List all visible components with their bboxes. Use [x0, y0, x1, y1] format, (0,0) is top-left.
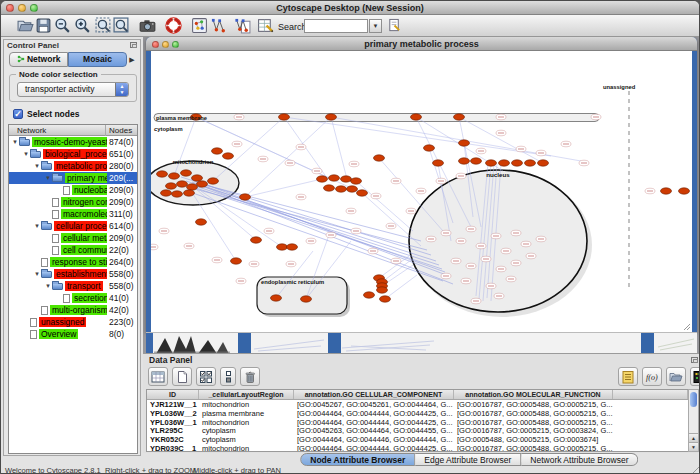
tree-row[interactable]: ▾mosaic-demo-yeast874(0) [9, 136, 137, 148]
import-attributes-folder-icon[interactable] [666, 367, 686, 386]
tab-network-attribute-browser[interactable]: Network Attribute Browser [521, 453, 638, 466]
table-pencil-icon[interactable] [257, 17, 274, 34]
file-icon [41, 258, 48, 267]
tab-edge-attribute-browser[interactable]: Edge Attribute Browser [415, 453, 521, 466]
attribute-browser-tabwrap: Node Attribute BrowserEdge Attribute Bro… [300, 453, 638, 466]
network-view-titlebar[interactable]: primary metabolic process [146, 37, 697, 51]
function-builder-icon[interactable]: f(o) [642, 367, 662, 386]
status-zoom-hint: Right-click + drag to ZOOM [105, 466, 196, 474]
tree-row-count: 651(0) [109, 149, 134, 159]
tree-row-count: 8(0) [109, 329, 124, 339]
expand-triangle-icon[interactable]: ▾ [44, 174, 52, 182]
floppy-save-icon[interactable] [35, 17, 52, 34]
search-dropdown-icon[interactable]: ▼ [369, 19, 382, 33]
expand-triangle-icon[interactable]: ▾ [22, 150, 30, 158]
col-layout-region[interactable]: _cellularLayoutRegion [199, 390, 294, 399]
tree-row[interactable]: ▾metabolic process280(0) [9, 160, 137, 172]
expand-triangle-icon[interactable]: ▾ [44, 282, 52, 290]
table-row[interactable]: YPL036W__2plasma membrane[GO:0044464, GO… [147, 409, 688, 418]
label-list-icon[interactable] [618, 367, 638, 386]
status-welcome: Welcome to Cytoscape 2.8.1 [5, 466, 101, 474]
select-attributes-icon[interactable] [196, 367, 216, 386]
tree-row[interactable]: ▾primary metabo209(... [9, 172, 137, 184]
tree-row[interactable]: macromolecule311(0) [9, 208, 137, 220]
file-icon [30, 318, 37, 327]
attribute-table-header[interactable]: ID _cellularLayoutRegion annotation.GO C… [147, 390, 688, 400]
expand-triangle-icon[interactable]: ▾ [11, 138, 19, 146]
tree-row[interactable]: cellular metabo209(0) [9, 232, 137, 244]
tree-row[interactable]: unassigned223(0) [9, 316, 137, 328]
folder-icon [41, 223, 52, 230]
table-row[interactable]: YJR121W__1mitochondrion[GO:0045267, GO:0… [147, 400, 688, 409]
unselect-attributes-icon[interactable] [220, 367, 236, 386]
tree-row[interactable]: Overview8(0) [9, 328, 137, 340]
col-cellular-component[interactable]: annotation.GO CELLULAR_COMPONENT [294, 390, 454, 399]
image-nodes-icon[interactable] [191, 17, 208, 34]
float-data-panel-icon[interactable] [691, 357, 698, 363]
help-lifesaver-icon[interactable] [165, 17, 182, 34]
network-view-window[interactable]: primary metabolic process plasma membran… [146, 37, 697, 332]
tree-row[interactable]: secretion41(0) [9, 292, 137, 304]
scroll-up-icon[interactable]: ▲ [689, 433, 698, 442]
folder-icon [41, 163, 52, 170]
tree-row[interactable]: cell communicat22(0) [9, 244, 137, 256]
tab-node-attribute-browser[interactable]: Node Attribute Browser [300, 453, 415, 466]
node-color-dropdown[interactable]: transporter activity ▲▼ [17, 82, 129, 97]
tree-row[interactable]: ▾biological_process651(0) [9, 148, 137, 160]
camera-icon[interactable] [138, 17, 157, 34]
table-scrollbar[interactable]: ▲ ▼ [688, 389, 699, 452]
float-panel-icon[interactable] [130, 42, 137, 48]
tree-row[interactable]: multi-organism pro42(0) [9, 304, 137, 316]
table-row[interactable]: YDR039C__1mitochondrion[GO:0044464, GO:0… [147, 444, 688, 452]
tree-row-count: 209(0) [109, 185, 134, 195]
folder-open-icon[interactable] [17, 17, 34, 34]
tree-col-network: Network [17, 126, 46, 135]
main-toolbar: Search: ▼ [1, 15, 699, 37]
tab-overflow-arrow[interactable]: ▶ [127, 52, 137, 67]
tree-col-divider[interactable] [105, 125, 106, 136]
table-cell: [GO:0044464, GO:0044444, GO:0044425, G..… [294, 444, 454, 452]
zoom-out-icon[interactable] [54, 17, 71, 34]
page-pencil-icon[interactable] [387, 17, 402, 34]
title-bar[interactable]: Cytoscape Desktop (New Session) [1, 1, 699, 15]
table-cell: cytoplasm [199, 426, 294, 435]
attribute-table-icon[interactable] [148, 367, 168, 386]
col-id[interactable]: ID [147, 390, 199, 399]
tree-row[interactable]: ▾establishment of lo558(0) [9, 268, 137, 280]
zoom-selected-icon[interactable] [95, 17, 112, 34]
scrollbar-thumb[interactable] [690, 392, 697, 407]
nodes-blue-red-2-icon[interactable] [234, 17, 251, 34]
tab-network[interactable]: Network [9, 52, 68, 67]
table-row[interactable]: YKR052Ccytoplasm[GO:0044464, GO:0044446,… [147, 435, 688, 444]
zoom-fit-icon[interactable] [113, 17, 130, 34]
scroll-down-icon[interactable]: ▼ [689, 442, 698, 451]
delete-attribute-trash-icon[interactable] [240, 367, 260, 386]
expand-triangle-icon[interactable]: ▾ [33, 222, 41, 230]
table-cell: mitochondrion [199, 400, 294, 409]
tree-row[interactable]: nucleobase-209(0) [9, 184, 137, 196]
nodes-blue-red-1-icon[interactable] [210, 17, 227, 34]
tree-row[interactable]: ▾transport558(0) [9, 280, 137, 292]
new-attribute-icon[interactable] [172, 367, 192, 386]
tree-row[interactable]: ▾cellular process614(0) [9, 220, 137, 232]
zoom-in-icon[interactable] [74, 17, 91, 34]
attribute-table[interactable]: ID _cellularLayoutRegion annotation.GO C… [146, 389, 689, 452]
search-input[interactable] [304, 19, 368, 33]
resize-grip[interactable] [692, 466, 700, 474]
tree-row[interactable]: nitrogen compo209(0) [9, 196, 137, 208]
select-nodes-checkbox[interactable]: ✓ [13, 109, 23, 119]
tab-mosaic[interactable]: Mosaic [68, 52, 127, 67]
network-tree-header[interactable]: Network Nodes [9, 125, 137, 136]
table-row[interactable]: YLR295Ccytoplasm[GO:0045263, GO:0044464,… [147, 426, 688, 435]
table-row[interactable]: YPL036W__1mitochondrion[GO:0044464, GO:0… [147, 418, 688, 427]
network-canvas[interactable]: plasma membranecytoplasmmitochondrionnuc… [151, 51, 692, 332]
expand-triangle-icon[interactable]: ▾ [33, 162, 41, 170]
matrix-view-icon[interactable] [690, 367, 700, 386]
col-molecular-function[interactable]: annotation.GO MOLECULAR_FUNCTION [454, 390, 613, 399]
tree-row-count: 558(0) [109, 281, 134, 291]
tree-row-count: 311(0) [109, 209, 133, 219]
expand-triangle-icon[interactable]: ▾ [33, 270, 41, 278]
data-panel-toolbar: f(o) [143, 367, 700, 389]
svg-text:plasma membrane: plasma membrane [156, 115, 208, 121]
tree-row[interactable]: response to stimulu264(0) [9, 256, 137, 268]
